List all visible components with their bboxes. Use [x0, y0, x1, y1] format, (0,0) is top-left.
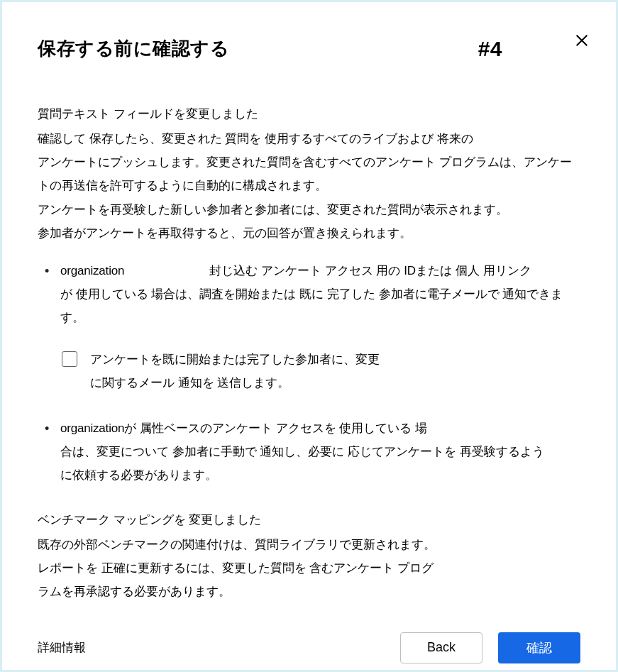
b2-line2: 合は、変更について 参加者に手動で 通知し、必要に 応じてアンケートを 再受験す…: [60, 440, 580, 463]
b2-org: organization: [60, 422, 124, 435]
dialog-content: 質問テキスト フィールドを変更しました 確認して 保存したら、変更された 質問を…: [38, 102, 580, 604]
section2-p2: レポートを 正確に更新するには、変更した質問を 含むアンケート プログ: [38, 556, 580, 580]
section1-p3: アンケートを再受験した新しい参加者と参加者には、変更された質問が表示されます。: [38, 198, 580, 221]
more-info-link[interactable]: 詳細情報: [38, 639, 86, 656]
b2-line1-rest: が 属性ベースのアンケート アクセスを 使用している 場: [124, 422, 427, 435]
button-group: Back 確認: [400, 632, 580, 663]
checkbox-label-line1: アンケートを既に開始または完了した参加者に、変更: [90, 348, 380, 371]
checkbox-label-line2: に関するメール 通知を 送信します。: [90, 371, 380, 395]
dialog-footer: 詳細情報 Back 確認: [38, 632, 580, 663]
section1-p1: 確認して 保存したら、変更された 質問を 使用するすべてのライブおよび 将来の: [38, 127, 580, 150]
close-icon: [574, 33, 590, 48]
confirm-dialog: 保存する前に確認する #4 質問テキスト フィールドを変更しました 確認して 保…: [2, 2, 616, 670]
email-notify-checkbox[interactable]: [62, 351, 77, 367]
section1-p4: 参加者がアンケートを再取得すると、元の回答が置き換えられます。: [38, 221, 580, 245]
bullet-item-1: organization封じ込む アンケート アクセス 用の IDまたは 個人 …: [57, 259, 580, 395]
email-notify-row: アンケートを既に開始または完了した参加者に、変更 に関するメール 通知を 送信し…: [62, 348, 580, 395]
dialog-tag: #4: [478, 37, 502, 61]
bullet-item-2: organizationが 属性ベースのアンケート アクセスを 使用している 場…: [57, 417, 580, 487]
b1-inline: 封じ込む アンケート アクセス 用の IDまたは 個人 用リンク: [209, 264, 531, 277]
close-button[interactable]: [572, 31, 592, 50]
dialog-header: 保存する前に確認する #4: [38, 36, 580, 61]
confirm-button[interactable]: 確認: [498, 632, 580, 663]
section2-p1: 既存の外部ベンチマークの関連付けは、質問ライブラリで更新されます。: [38, 533, 580, 556]
section-question-text: 質問テキスト フィールドを変更しました 確認して 保存したら、変更された 質問を…: [38, 102, 580, 487]
section2-heading: ベンチマーク マッピングを 変更しました: [38, 508, 580, 531]
section1-heading: 質問テキスト フィールドを変更しました: [38, 102, 580, 126]
back-button[interactable]: Back: [400, 632, 482, 663]
b1-rest: が 使用している 場合は、調査を開始または 既に 完了した 参加者に電子メールで…: [60, 282, 580, 329]
section-benchmark: ベンチマーク マッピングを 変更しました 既存の外部ベンチマークの関連付けは、質…: [38, 508, 580, 604]
email-notify-label: アンケートを既に開始または完了した参加者に、変更 に関するメール 通知を 送信し…: [90, 348, 380, 395]
dialog-title: 保存する前に確認する: [38, 36, 229, 61]
b1-org: organization: [60, 264, 124, 277]
bullet-list: organization封じ込む アンケート アクセス 用の IDまたは 個人 …: [38, 259, 580, 487]
section1-p2: アンケートにプッシュします。変更された質問を含むすべてのアンケート プログラムは…: [38, 150, 580, 197]
section2-p3: ラムを再承認する必要があります。: [38, 580, 580, 603]
b2-line3: に依頼する必要があります。: [60, 463, 580, 487]
